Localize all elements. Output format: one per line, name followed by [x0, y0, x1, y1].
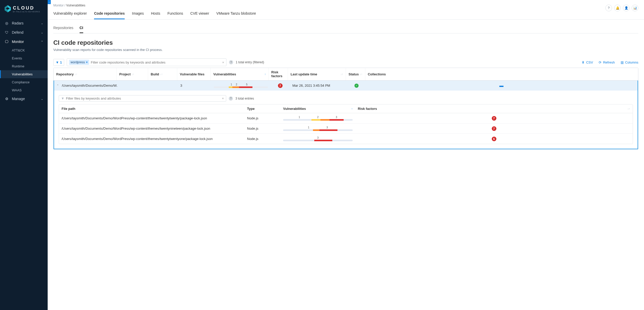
- tab-cve-viewer[interactable]: CVE viewer: [190, 10, 209, 19]
- col-project[interactable]: Project↓↑: [117, 68, 148, 80]
- tab-images[interactable]: Images: [132, 10, 144, 19]
- filter-input[interactable]: [91, 60, 221, 64]
- sidebar-item-runtime[interactable]: Runtime: [0, 62, 48, 70]
- chevron-down-icon: ⌄: [41, 31, 43, 34]
- col-risk-factors[interactable]: Risk factors: [269, 68, 288, 80]
- collections-dash[interactable]: ▬: [499, 83, 504, 88]
- col-vulnerabilities[interactable]: Vulnerabilities↑: [211, 68, 269, 80]
- columns-button[interactable]: ▥ Columns: [621, 60, 638, 64]
- filter-chip[interactable]: wordpress ×: [69, 60, 89, 65]
- content: Repositories CI CI code repositories Vul…: [48, 20, 644, 155]
- cell-vulns: 13: [281, 123, 355, 134]
- page-title: CI code repositories: [53, 39, 638, 46]
- sort-icon: ↓↑: [132, 73, 134, 76]
- help-icon[interactable]: ?: [605, 5, 612, 11]
- clear-filter[interactable]: ×: [222, 60, 224, 64]
- col-collections[interactable]: Collections: [365, 68, 638, 80]
- header-icons: ? 🔔 👤 📊: [605, 4, 638, 11]
- col-status[interactable]: Status↓↑: [346, 68, 365, 80]
- sidebar-item-defend[interactable]: 🛡 Defend ⌄: [0, 28, 48, 37]
- monitor-icon: 🖵: [5, 40, 9, 44]
- sidebar-item-label: Monitor: [12, 40, 24, 44]
- sidebar-item-vulnerabilities[interactable]: Vulnerabilities: [0, 70, 48, 78]
- detail-filter-input[interactable]: [66, 96, 221, 100]
- sort-up-icon: ↑: [265, 73, 266, 76]
- tab-code-repositories[interactable]: Code repositories: [94, 10, 125, 19]
- filter-help-icon[interactable]: ?: [229, 60, 233, 64]
- sidebar-item-attack[interactable]: ATT&CK: [0, 46, 48, 54]
- detail-table-row[interactable]: /Users/taysmith/Documents/Demo/WordPress…: [59, 134, 633, 144]
- chip-remove[interactable]: ×: [86, 60, 88, 64]
- sort-icon: ↓↑: [360, 73, 362, 76]
- sidebar-item-waas[interactable]: WAAS: [0, 86, 48, 94]
- sidebar-item-monitor[interactable]: 🖵 Monitor ⌃: [0, 37, 48, 46]
- dcol-risk[interactable]: Risk factors↓↑: [355, 104, 633, 113]
- sidebar-item-label: Radars: [12, 21, 23, 25]
- columns-icon: ▥: [621, 60, 624, 64]
- sidebar-item-label: Manage: [12, 97, 25, 101]
- sidebar-item-radars[interactable]: ◎ Radars ⌄: [0, 19, 48, 28]
- sort-up-icon: ↑: [351, 107, 353, 110]
- table-row[interactable]: ⌃ /Users/taysmith/Documents/Demo/W... 3 …: [54, 81, 638, 91]
- filter-input-wrap[interactable]: wordpress × ×: [67, 58, 226, 66]
- sidebar-item-compliance[interactable]: Compliance: [0, 78, 48, 86]
- row-detail: ▼ × ? 3 total entries File path Type: [54, 91, 638, 149]
- chevron-down-icon: ⌄: [41, 98, 43, 100]
- cell-type: Node.js: [244, 134, 281, 143]
- row-collapse-caret[interactable]: ⌃: [54, 82, 59, 90]
- dcol-vulnerabilities[interactable]: Vulnerabilities↑: [281, 104, 355, 113]
- nav: ◎ Radars ⌄ 🛡 Defend ⌄ 🖵 Monitor ⌃ ATT&CK…: [0, 17, 48, 103]
- gear-icon: ⚙: [5, 97, 9, 101]
- tab-functions[interactable]: Functions: [167, 10, 183, 19]
- sidebar-item-label: Defend: [12, 30, 23, 34]
- tab-vuln-explorer[interactable]: Vulnerability explorer: [53, 10, 87, 19]
- detail-help-icon[interactable]: ?: [229, 96, 233, 101]
- sort-icon: ↓↑: [75, 73, 77, 76]
- tab-hosts[interactable]: Hosts: [151, 10, 160, 19]
- sub-tab-ci[interactable]: CI: [80, 25, 83, 33]
- cell-type: Node.js: [244, 114, 281, 123]
- sidebar-collapse[interactable]: ‹: [48, 0, 51, 4]
- dcol-file-path[interactable]: File path: [59, 104, 244, 113]
- total-entries: 1 total entry (filtered): [236, 60, 264, 64]
- refresh-button[interactable]: ⟳ Refresh: [599, 60, 615, 64]
- user-icon[interactable]: 👤: [623, 5, 630, 11]
- col-repository[interactable]: Repository↓↑: [54, 68, 117, 80]
- detail-filter-wrap[interactable]: ▼ ×: [59, 95, 226, 102]
- refresh-icon: ⟳: [599, 60, 601, 64]
- col-build[interactable]: Build↓↑: [148, 68, 177, 80]
- detail-table-row[interactable]: /Users/taysmith/Documents/Demo/WordPress…: [59, 123, 633, 134]
- bell-icon[interactable]: 🔔: [614, 5, 621, 11]
- cell-risk: 6: [355, 134, 633, 144]
- detail-table-row[interactable]: /Users/taysmith/Documents/Demo/WordPress…: [59, 113, 633, 123]
- page-description: Vulnerability scan reports for code repo…: [53, 48, 638, 52]
- sub-tab-repositories[interactable]: Repositories: [53, 25, 73, 33]
- table-header: Repository↓↑ Project↓↑ Build↓↑ Vulnerabl…: [54, 68, 638, 81]
- cell-collections: ▬: [365, 81, 638, 91]
- sidebar-item-manage[interactable]: ⚙ Manage ⌄: [0, 94, 48, 103]
- tab-tanzu[interactable]: VMware Tanzu blobstore: [216, 10, 256, 19]
- cell-risk: 7: [355, 124, 633, 134]
- chart-icon[interactable]: 📊: [632, 5, 638, 11]
- main-table: Repository↓↑ Project↓↑ Build↓↑ Vulnerabl…: [53, 68, 638, 149]
- chip-label: wordpress: [71, 60, 85, 64]
- toolbar: ▼ 1 wordpress × × ? 1 total entry (filte…: [53, 58, 638, 66]
- filter-count-button[interactable]: ▼ 1: [53, 59, 64, 66]
- cell-file-path: /Users/taysmith/Documents/Demo/WordPress…: [59, 134, 244, 143]
- csv-button[interactable]: ⬇ CSV: [582, 60, 593, 64]
- sidebar-item-events[interactable]: Events: [0, 54, 48, 62]
- detail-table-header: File path Type Vulnerabilities↑ Risk fac…: [59, 104, 633, 113]
- col-last-update[interactable]: Last update time↓↑: [288, 68, 346, 80]
- cell-build: [149, 83, 178, 88]
- cell-project: [117, 83, 149, 88]
- detail-clear-filter[interactable]: ×: [222, 96, 224, 100]
- sort-icon: ↓↑: [628, 107, 630, 110]
- cell-vulnerabilities: 1 2 5: [211, 81, 270, 91]
- funnel-icon: ▼: [56, 60, 59, 64]
- col-vulnerable-files[interactable]: Vulnerable files: [177, 68, 211, 80]
- dcol-type[interactable]: Type: [244, 104, 281, 113]
- breadcrumb-parent[interactable]: Monitor: [53, 4, 64, 7]
- risk-badge: 7: [492, 116, 496, 121]
- breadcrumb: Monitor / Vulnerabilities: [53, 4, 605, 7]
- monitor-subnav: ATT&CK Events Runtime Vulnerabilities Co…: [0, 46, 48, 94]
